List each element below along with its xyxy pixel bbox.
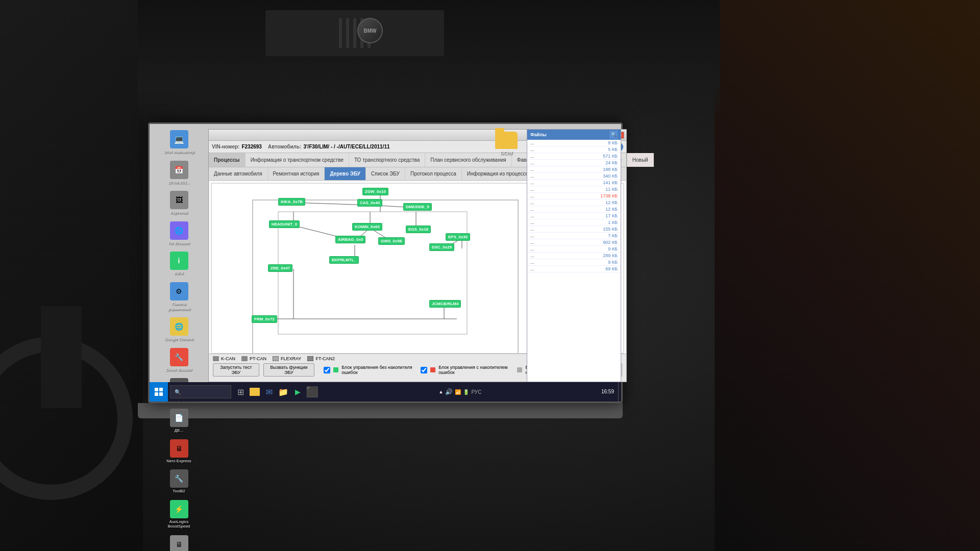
file-list-item[interactable]: ...141 КБ: [527, 180, 621, 186]
subnav-data[interactable]: Данные автомобиля: [209, 167, 268, 180]
file-size: 1738 КБ: [600, 193, 618, 198]
file-list-item[interactable]: ...7 КБ: [527, 233, 621, 239]
ecu-node-zgw[interactable]: ZGW_0x10: [362, 188, 388, 195]
file-list-item[interactable]: ...1 КБ: [527, 219, 621, 226]
subnav-list[interactable]: Список ЭБУ: [366, 167, 405, 180]
ecu-node-cas[interactable]: CAS_0x40: [357, 199, 382, 207]
file-manager-title-bar: Файлы 🔍: [527, 130, 621, 140]
car-value: 3'/F30/LIM/ - / -/AUT/ECE/LL/2011/11: [303, 144, 389, 149]
systray-battery: 🔋: [463, 389, 469, 395]
file-size: 155 КБ: [603, 227, 618, 232]
ecu-node-egs[interactable]: EGS_0x18: [406, 226, 431, 233]
file-list-item[interactable]: ...340 КБ: [527, 173, 621, 180]
file-name: ...: [530, 220, 534, 225]
vin-value: F232693: [241, 144, 261, 149]
run-test-btn[interactable]: Запустить тест ЭБУ: [213, 363, 259, 377]
file-list-item[interactable]: ...8 КБ: [527, 140, 621, 146]
file-list-item[interactable]: ...155 КБ: [527, 226, 621, 233]
ecu-node-airbag[interactable]: AIRBAG_0x0: [335, 236, 365, 243]
file-list: ...8 КБ...5 КБ...571 КБ...24 КБ...188 КБ…: [527, 140, 621, 382]
ecu-node-kombi[interactable]: KOMBI_0x60: [352, 223, 382, 231]
ecu-node-dsc[interactable]: DSC_0x29: [429, 243, 454, 251]
file-name: ...: [530, 160, 534, 165]
taskbar-taskview[interactable]: ⊞: [233, 385, 248, 399]
show-desktop-btn[interactable]: [618, 382, 621, 402]
start-button[interactable]: [150, 382, 168, 402]
file-list-item[interactable]: ...69 КБ: [527, 266, 621, 272]
taskbar-icon-email[interactable]: ✉: [262, 385, 276, 399]
desktop-icon-driver[interactable]: 🔧 Driver Booster: [159, 346, 200, 374]
file-list-item[interactable]: ...24 КБ: [527, 160, 621, 166]
systray-sound: 📶: [455, 389, 461, 395]
legend-ptcan: PT-CAN: [241, 356, 266, 361]
nav-processes[interactable]: Процессы: [209, 153, 246, 167]
taskbar-icon-app1[interactable]: 📁: [276, 385, 290, 399]
file-list-item[interactable]: ...9 КБ: [527, 259, 621, 266]
desktop-icon-de[interactable]: 📄 ДЕ...: [159, 407, 200, 435]
ecu-node-zbe[interactable]: ZBE_0x47: [268, 264, 292, 272]
file-list-item[interactable]: ...11 КБ: [527, 186, 621, 193]
file-list-item[interactable]: ...12 КБ: [527, 199, 621, 206]
with-error-checkbox[interactable]: [421, 367, 427, 373]
taskbar-icon-app3[interactable]: ⬛: [305, 385, 319, 399]
desktop-icon-nero[interactable]: 🖥 Nero Express: [159, 437, 200, 466]
dcim-icon[interactable]: DCIM: [491, 132, 522, 156]
ecu-node-hka[interactable]: IHKA_0x7B: [278, 198, 305, 206]
file-name: ...: [530, 213, 534, 218]
desktop-icon-audio[interactable]: ⚡ AuoLogics BoostSpeed: [159, 498, 200, 531]
ecu-node-headunit[interactable]: HEADUNIT_0: [269, 220, 300, 228]
taskbar-icon-app2[interactable]: ▶: [290, 385, 305, 399]
ecu-node-jcmcb[interactable]: JCMCB/RLM4: [429, 300, 461, 308]
file-name: ...: [530, 240, 534, 245]
file-list-item[interactable]: ...9 КБ: [527, 246, 621, 253]
desktop-icon-date[interactable]: 📅 15-08-201...: [159, 159, 200, 187]
ecu-node-dme[interactable]: DME/DDE_5: [403, 203, 432, 211]
desktop-icon-panel[interactable]: ⚙ Панель управления: [159, 280, 200, 313]
file-list-item[interactable]: ...188 КБ: [527, 166, 621, 173]
subnav-protocol[interactable]: Протокол процесса: [405, 167, 462, 180]
systray-arrow[interactable]: ▲: [439, 389, 444, 394]
file-size: 24 КБ: [605, 160, 618, 165]
time-display: 16:59: [601, 388, 614, 395]
file-list-item[interactable]: ...289 КБ: [527, 253, 621, 259]
nav-info[interactable]: Информация о транспортном средстве: [246, 153, 349, 167]
ecu-node-eps[interactable]: EPS_0x30: [446, 233, 470, 241]
laptop-screen: 💻 Этот компьютер 📅 15-08-201... 🖼 Картин…: [148, 122, 623, 403]
file-name: ...: [530, 246, 534, 252]
legend-kcan-label: K-CAN: [221, 356, 235, 361]
taskbar-search[interactable]: 🔍: [170, 385, 231, 398]
no-error-label: Блок управления без накопителя ошибок: [341, 365, 416, 375]
desktop-icon-tor[interactable]: 🌐 Tor Browser: [159, 219, 200, 248]
file-name: ...: [530, 227, 534, 232]
desktop-icon-kartinka[interactable]: 🖼 Картинка: [159, 189, 200, 217]
desktop-icon-computer[interactable]: 💻 Этот компьютер: [159, 128, 200, 157]
nav-new[interactable]: Новый: [627, 153, 654, 167]
no-error-checkbox[interactable]: [324, 367, 330, 373]
ecu-node-ekp[interactable]: EKPRLMTL_: [329, 256, 359, 264]
file-list-item[interactable]: ...17 КБ: [527, 213, 621, 219]
nav-to[interactable]: ТО транспортного средства: [349, 153, 425, 167]
ecu-node-gws[interactable]: GWS_0x5E: [378, 237, 405, 245]
file-size: 9 КБ: [608, 260, 618, 265]
ecu-node-frm[interactable]: FRM_0x72: [252, 315, 277, 323]
file-list-item[interactable]: ...1738 КБ: [527, 193, 621, 199]
file-size: 17 КБ: [605, 213, 618, 218]
file-search-icon[interactable]: 🔍: [609, 131, 618, 139]
taskbar-search-icon: 🔍: [175, 389, 181, 395]
desktop-icon-chrome[interactable]: 🌐 Google Chrome: [159, 315, 200, 344]
desktop-icon-infa[interactable]: i INFA: [159, 249, 200, 278]
subnav-tree[interactable]: Дерево ЭБУ: [325, 167, 366, 180]
file-list-item[interactable]: ...902 КБ: [527, 239, 621, 246]
call-func-btn[interactable]: Вызвать функции ЭБУ: [263, 363, 314, 377]
file-size: 12 КБ: [605, 200, 618, 205]
file-name: ...: [530, 200, 534, 205]
file-manager-title: Файлы: [530, 132, 547, 137]
desktop-icon-tool[interactable]: 🔧 ToolB2: [159, 467, 200, 496]
file-list-item[interactable]: ...12 КБ: [527, 206, 621, 213]
subnav-repair[interactable]: Ремонтная история: [268, 167, 325, 180]
desktop-icon-win[interactable]: 🖥 WinB9: [159, 533, 200, 551]
taskbar-icon-explorer[interactable]: [248, 385, 262, 399]
file-list-item[interactable]: ...571 КБ: [527, 153, 621, 160]
file-size: 1 КБ: [608, 220, 618, 225]
file-list-item[interactable]: ...5 КБ: [527, 146, 621, 153]
